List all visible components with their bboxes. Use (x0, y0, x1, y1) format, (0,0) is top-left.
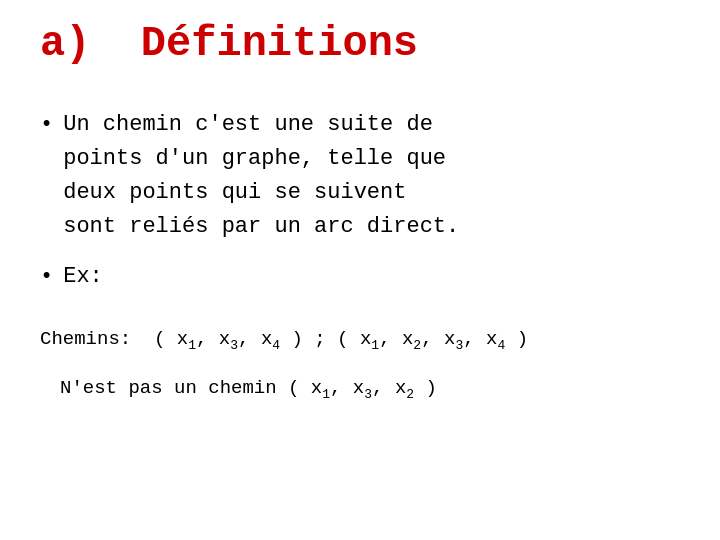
bullet-section: • Un chemin c'est une suite de points d'… (40, 108, 680, 294)
sub-1-1: 1 (188, 338, 196, 353)
chemins-line: Chemins: ( x1, x3, x4 ) ; ( x1, x2, x3, … (40, 324, 680, 357)
sub-3-3: 3 (364, 387, 372, 402)
not-chemin-line: N'est pas un chemin ( x1, x3, x2 ) (60, 373, 680, 406)
sub-3-2: 2 (406, 387, 414, 402)
slide-page: a) Définitions • Un chemin c'est une sui… (0, 0, 720, 540)
sub-2-1: 1 (371, 338, 379, 353)
sub-1-4: 4 (272, 338, 280, 353)
title-main: Définitions (141, 20, 418, 68)
bullet-dot-2: • (40, 260, 53, 293)
bullet-dot-1: • (40, 108, 53, 141)
bullet-ex-text: Ex: (63, 260, 103, 294)
sub-2-2: 2 (413, 338, 421, 353)
sub-2-3: 3 (455, 338, 463, 353)
bullet-chemin-text: Un chemin c'est une suite de points d'un… (63, 108, 459, 244)
slide-title: a) Définitions (40, 20, 680, 68)
sub-1-3: 3 (230, 338, 238, 353)
bullet-ex: • Ex: (40, 260, 680, 294)
sub-2-4: 4 (497, 338, 505, 353)
chemins-label: Chemins: (40, 328, 131, 350)
title-prefix: a) (40, 20, 141, 68)
sub-3-1: 1 (322, 387, 330, 402)
bullet-chemin: • Un chemin c'est une suite de points d'… (40, 108, 680, 244)
